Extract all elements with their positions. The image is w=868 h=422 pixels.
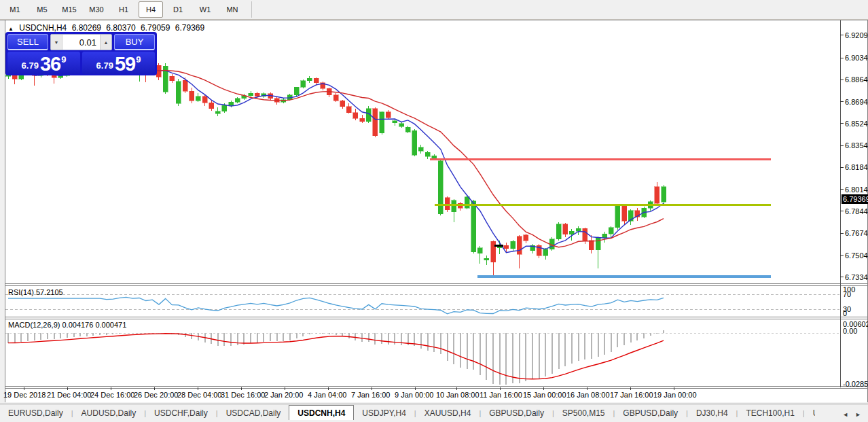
price-axis-label: 6.92090 — [845, 31, 868, 39]
volume-decrease-button[interactable]: ▼ — [51, 35, 62, 50]
chart-ohlc-header: ▲ USDCNH,H4 6.80269 6.80370 6.79059 6.79… — [8, 23, 207, 33]
buy-price-big: 59 — [115, 55, 135, 73]
chevron-up-icon: ▲ — [104, 40, 109, 45]
timeframe-button-mn[interactable]: MN — [220, 1, 245, 18]
price-axis-label: 6.86940 — [845, 98, 868, 106]
symbol-tab-sp500-m15[interactable]: SP500,M15 — [554, 406, 613, 421]
timeframe-button-w1[interactable]: W1 — [193, 1, 217, 18]
chevron-down-icon: ▼ — [54, 40, 59, 45]
time-axis-label: 21 Dec 04:00 — [47, 391, 91, 399]
symbol-tab-usdcnh-h4[interactable]: USDCNH,H4 — [289, 405, 354, 421]
timeframe-button-m1[interactable]: M1 — [3, 1, 27, 18]
timeframe-button-d1[interactable]: D1 — [166, 1, 190, 18]
time-axis-label: 24 Dec 16:00 — [90, 391, 134, 399]
toolbar-separator — [251, 1, 252, 18]
timeframe-button-m30[interactable]: M30 — [84, 1, 109, 18]
header-low: 6.79059 — [141, 23, 170, 33]
time-axis-label: 11 Jan 16:00 — [480, 391, 522, 399]
time-axis-label: 17 Jan 16:00 — [610, 391, 653, 399]
symbol-tab-bar: EURUSD,Daily|AUDUSD,Daily|USDCHF,Daily|U… — [0, 404, 868, 421]
volume-stepper: ▼ 0.01 ▲ — [50, 34, 112, 50]
tabs-scroll-left-icon[interactable]: ◄ — [842, 411, 848, 418]
time-axis-label: 26 Dec 20:00 — [134, 391, 178, 399]
time-axis-label: 7 Jan 16:00 — [351, 391, 391, 399]
header-high: 6.80370 — [106, 23, 135, 33]
volume-input[interactable]: 0.01 — [62, 35, 100, 50]
buy-price-box[interactable]: 6.79 59 9 — [82, 52, 155, 74]
time-axis-label: 28 Dec 04:00 — [177, 391, 221, 399]
time-axis-label: 15 Jan 00:00 — [523, 391, 566, 399]
symbol-tab-audusd-daily[interactable]: AUDUSD,Daily — [73, 406, 145, 421]
timeframe-button-h1[interactable]: H1 — [111, 1, 136, 18]
sell-price-box[interactable]: 6.79 36 9 — [7, 52, 80, 74]
timeframe-button-m15[interactable]: M15 — [57, 1, 82, 18]
indicator-axis-label: 0 — [843, 309, 847, 317]
price-axis-label: 6.73340 — [845, 273, 868, 281]
symbol-tab-gbpusd-daily[interactable]: GBPUSD,Daily — [481, 406, 552, 421]
price-axis-label: 6.85240 — [845, 120, 868, 128]
time-axis-label: 2 Jan 20:00 — [264, 391, 304, 399]
current-price-tag: 6.79369 — [842, 194, 868, 204]
symbol-tab-usdcad-daily[interactable]: USDCAD,Daily — [218, 406, 289, 421]
price-axis-label: 6.83540 — [845, 141, 868, 150]
buy-price-prefix: 6.79 — [96, 60, 113, 71]
price-axis-label: 6.78440 — [845, 207, 868, 215]
indicator-axis-label: 0.00 — [843, 327, 857, 335]
price-axis-label: 6.80140 — [845, 186, 868, 194]
sell-button[interactable]: SELL — [7, 34, 48, 50]
price-axis-label: 6.88640 — [845, 75, 868, 84]
symbol-tab-gbpusd-daily[interactable]: GBPUSD,Daily — [615, 406, 686, 421]
sell-price-prefix: 6.79 — [22, 60, 39, 71]
time-axis-label: 16 Jan 08:00 — [566, 391, 610, 399]
collapse-triangle-icon[interactable]: ▲ — [8, 26, 14, 32]
sell-price-big: 36 — [40, 55, 60, 73]
header-symbol: USDCNH,H4 — [19, 23, 67, 33]
time-axis-label: 10 Jan 08:00 — [436, 391, 480, 399]
one-click-trading-panel: SELL ▼ 0.01 ▲ BUY 6.79 36 9 6.79 59 9 — [5, 32, 157, 75]
tabs-scroll-right-icon[interactable]: ► — [855, 411, 861, 418]
price-axis-label: 6.90340 — [845, 54, 868, 62]
time-axis-label: 4 Jan 04:00 — [308, 391, 347, 399]
symbol-tab-eurusd-daily[interactable]: EURUSD,Daily — [0, 406, 71, 421]
timeframe-buttons: M1M5M15M30H1H4D1W1MN — [1, 1, 246, 18]
symbol-tab-usdjpy-h4[interactable]: USDJPY,H4 — [354, 406, 414, 421]
header-open: 6.80269 — [72, 23, 101, 33]
time-axis-label: 19 Dec 2018 — [3, 391, 46, 399]
price-axis-label: 6.81840 — [845, 163, 868, 171]
timeframe-button-m5[interactable]: M5 — [30, 1, 54, 18]
symbol-tab-ukoil-h1[interactable]: UKOil,H1 — [805, 406, 815, 421]
sell-price-sup: 9 — [61, 54, 66, 65]
indicator-axis-label: 70 — [843, 290, 851, 298]
symbol-tab-usdchf-daily[interactable]: USDCHF,Daily — [146, 406, 216, 421]
price-axis-label: 6.76740 — [845, 229, 868, 237]
buy-button[interactable]: BUY — [114, 34, 155, 50]
indicator-axis-label: -0.028549 — [843, 380, 868, 388]
volume-increase-button[interactable]: ▲ — [100, 35, 111, 50]
buy-price-sup: 9 — [136, 54, 141, 65]
rsi-label: RSI(14) 57.2105 — [8, 288, 63, 296]
symbol-tab-xauusd-h4[interactable]: XAUUSD,H4 — [416, 406, 480, 421]
symbol-tab-tech100-h1[interactable]: TECH100,H1 — [738, 406, 802, 421]
macd-label: MACD(12,26,9) 0.004176 0.000471 — [8, 321, 126, 329]
price-axis-label: 6.75040 — [845, 251, 868, 260]
time-axis-label: 31 Dec 16:00 — [221, 391, 265, 399]
time-axis-label: 19 Jan 00:00 — [653, 391, 697, 399]
symbol-tab-dj30-h4[interactable]: DJ30,H4 — [688, 406, 736, 421]
time-axis-label: 9 Jan 00:00 — [395, 391, 434, 399]
symbol-tabs: EURUSD,Daily|AUDUSD,Daily|USDCHF,Daily|U… — [0, 405, 815, 421]
timeframe-button-h4[interactable]: H4 — [139, 1, 163, 18]
header-close: 6.79369 — [175, 23, 204, 33]
timeframe-toolbar: M1M5M15M30H1H4D1W1MN — [0, 0, 868, 20]
